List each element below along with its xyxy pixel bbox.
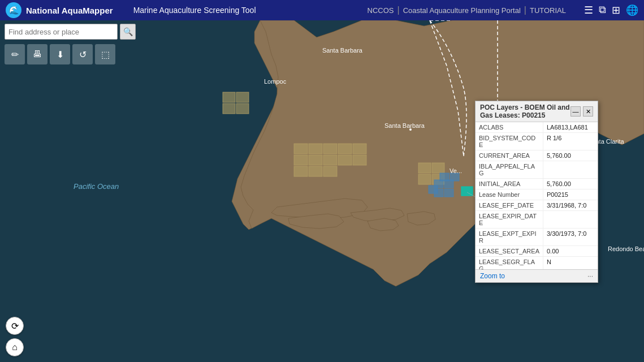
popup: POC Layers - BOEM Oil and Gas Leases: P0… [475, 101, 598, 283]
popup-val [543, 211, 598, 228]
print-button[interactable]: 🖶 [27, 44, 47, 64]
stack-icon[interactable]: ⊞ [612, 4, 620, 16]
svg-text:Santa Barbara: Santa Barbara [384, 122, 425, 129]
popup-row: Lease Number P00215 [476, 189, 598, 200]
svg-rect-34 [440, 173, 449, 181]
svg-rect-35 [450, 173, 459, 181]
popup-val: N [543, 257, 598, 269]
select-button[interactable]: ⬚ [95, 44, 115, 64]
svg-text:Santa Barbara: Santa Barbara [322, 47, 363, 54]
svg-rect-27 [432, 163, 444, 173]
tool-title: Marine Aquaculture Screening Tool [133, 6, 256, 15]
svg-text:Ve...: Ve... [449, 167, 462, 174]
svg-rect-22 [353, 155, 366, 165]
svg-rect-25 [323, 166, 337, 176]
popup-key: LEASE_EXPT_EXPIR [476, 229, 543, 245]
popup-row: LEASE_SEGR_FLAG N [476, 257, 598, 269]
popup-val: 3/30/1973, 7:0 [543, 229, 598, 245]
svg-rect-15 [323, 144, 337, 154]
zoom-to-link[interactable]: Zoom to [480, 272, 505, 280]
popup-row: LEASE_EXPT_EXPIR 3/30/1973, 7:0 [476, 229, 598, 246]
popup-body[interactable]: ACLABS LA6813,LA681 BID_SYSTEM_CODE R 1/… [476, 122, 598, 269]
svg-rect-36 [429, 186, 438, 193]
download-button[interactable]: ⬇ [50, 44, 70, 64]
popup-val: R 1/6 [543, 133, 598, 150]
popup-key: BID_SYSTEM_CODE [476, 133, 543, 150]
popup-row: LEASE_EFF_DATE 3/31/1968, 7:0 [476, 200, 598, 211]
svg-rect-16 [338, 144, 352, 154]
nav-links: NCCOS | Coastal Aquaculture Planning Por… [368, 5, 566, 15]
popup-row: BID_SYSTEM_CODE R 1/6 [476, 133, 598, 150]
svg-rect-21 [338, 155, 352, 165]
draw-button[interactable]: ✏ [5, 44, 25, 64]
toolbar: ✏ 🖶 ⬇ ↺ ⬚ [5, 44, 115, 64]
popup-row: IBLA_APPEAL_FLAG [476, 161, 598, 179]
svg-text:Redondo Beach: Redondo Beach [608, 245, 644, 252]
svg-point-41 [409, 128, 412, 131]
svg-rect-10 [236, 92, 249, 102]
svg-text:Lompoc: Lompoc [264, 78, 287, 85]
home-button[interactable]: ⌂ [6, 338, 24, 356]
popup-key: LEASE_EFF_DATE [476, 200, 543, 210]
popup-title: POC Layers - BOEM Oil and Gas Leases: P0… [480, 104, 570, 119]
popup-key: ACLABS [476, 122, 543, 132]
svg-rect-19 [309, 155, 322, 165]
bottom-controls: ⟳ ⌂ [6, 317, 24, 356]
popup-controls: — ✕ [570, 106, 593, 117]
nav-nccos[interactable]: NCCOS [368, 6, 394, 15]
search-button[interactable]: 🔍 [120, 24, 136, 40]
svg-rect-11 [223, 104, 235, 114]
popup-key: INITIAL_AREA [476, 179, 543, 189]
popup-val: P00215 [543, 189, 598, 200]
svg-rect-18 [294, 155, 308, 165]
svg-rect-9 [223, 92, 235, 102]
popup-minimize-button[interactable]: — [570, 106, 581, 117]
popup-val: LA6813,LA681 [543, 122, 598, 132]
list-icon[interactable]: ☰ [584, 4, 593, 16]
popup-row: ACLABS LA6813,LA681 [476, 122, 598, 133]
popup-row: INITIAL_AREA 5,760.00 [476, 179, 598, 189]
popup-key: Lease Number [476, 189, 543, 200]
popup-val [543, 161, 598, 178]
svg-text:Pacific Ocean: Pacific Ocean [74, 182, 119, 191]
share-button[interactable]: ↺ [72, 44, 93, 64]
popup-row: LEASE_SECT_AREA 0.00 [476, 246, 598, 257]
popup-val: 5,760.00 [543, 150, 598, 161]
svg-rect-17 [353, 144, 366, 154]
header-icons: ☰ ⧉ ⊞ 🌐 [584, 4, 638, 16]
svg-rect-28 [418, 174, 431, 184]
svg-rect-20 [323, 155, 337, 165]
search-input[interactable] [5, 24, 118, 40]
popup-val: 3/31/1968, 7:0 [543, 200, 598, 210]
more-button[interactable]: ··· [587, 272, 593, 280]
logo-icon: 🌊 [6, 2, 21, 18]
svg-rect-23 [294, 166, 308, 176]
popup-row: LEASE_EXPIR_DATE [476, 211, 598, 229]
refresh-button[interactable]: ⟳ [6, 317, 24, 335]
globe-icon[interactable]: 🌐 [626, 4, 638, 16]
svg-rect-14 [309, 144, 322, 154]
popup-val: 0.00 [543, 246, 598, 256]
popup-key: CURRENT_AREA [476, 150, 543, 161]
svg-rect-12 [236, 104, 249, 114]
popup-footer: Zoom to ··· [476, 269, 598, 282]
popup-close-button[interactable]: ✕ [583, 106, 593, 117]
svg-rect-26 [418, 163, 431, 173]
svg-rect-24 [309, 166, 322, 176]
nav-capp[interactable]: Coastal Aquaculture Planning Portal [403, 6, 521, 15]
logo-area: 🌊 National AquaMapper [6, 2, 113, 18]
popup-key: LEASE_SEGR_FLAG [476, 257, 543, 269]
layers-icon[interactable]: ⧉ [599, 4, 606, 16]
app-title: National AquaMapper [26, 6, 113, 15]
popup-row: CURRENT_AREA 5,760.00 [476, 150, 598, 161]
svg-rect-13 [294, 144, 308, 154]
popup-key: IBLA_APPEAL_FLAG [476, 161, 543, 178]
popup-key: LEASE_EXPIR_DATE [476, 211, 543, 228]
header: 🌊 National AquaMapper Marine Aquaculture… [0, 0, 644, 20]
nav-tutorial[interactable]: TUTORIAL [530, 6, 566, 15]
popup-key: LEASE_SECT_AREA [476, 246, 543, 256]
popup-header: POC Layers - BOEM Oil and Gas Leases: P0… [476, 101, 598, 122]
svg-rect-33 [444, 189, 453, 197]
popup-val: 5,760.00 [543, 179, 598, 189]
search-area: 🔍 [5, 24, 136, 40]
